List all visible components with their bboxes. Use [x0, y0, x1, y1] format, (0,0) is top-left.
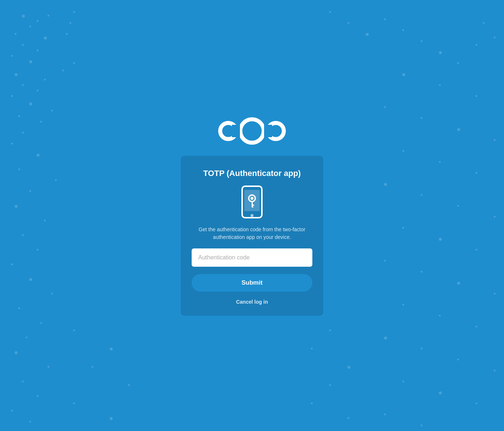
svg-rect-14 [252, 205, 254, 206]
svg-point-6 [245, 124, 259, 138]
phone-key-icon-container [236, 185, 268, 218]
description-text: Get the authentication code from the two… [197, 226, 307, 241]
svg-point-10 [251, 214, 253, 217]
svg-point-5 [225, 127, 232, 135]
authentication-code-input[interactable] [192, 248, 312, 267]
svg-rect-4 [264, 125, 272, 137]
logo-container [212, 116, 292, 145]
svg-rect-15 [252, 206, 253, 207]
svg-rect-3 [232, 125, 240, 137]
svg-point-12 [251, 197, 253, 200]
submit-button[interactable]: Submit [192, 274, 312, 292]
card-title: TOTP (Authenticator app) [203, 169, 301, 178]
phone-key-icon [239, 185, 265, 218]
content-wrapper: TOTP (Authenticator app) Get the authent… [181, 116, 323, 316]
svg-rect-9 [244, 190, 260, 211]
nextcloud-logo [212, 116, 292, 145]
cancel-login-button[interactable]: Cancel log in [236, 299, 268, 305]
svg-point-7 [272, 127, 279, 135]
totp-card: TOTP (Authenticator app) Get the authent… [181, 156, 323, 316]
